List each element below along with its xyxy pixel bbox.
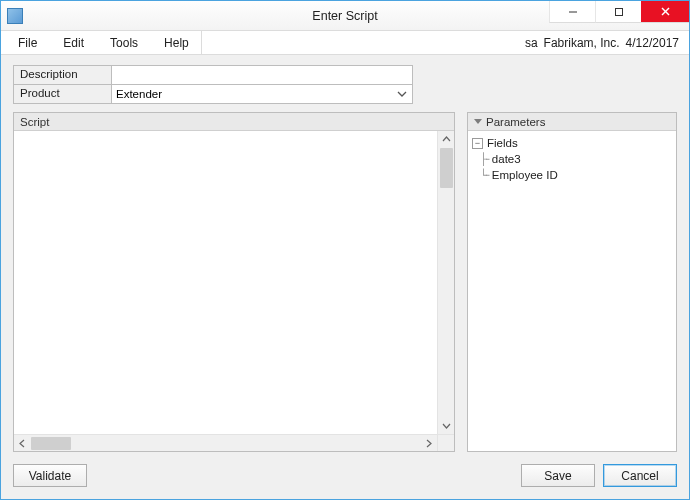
tree-children: ├╴ date3 └╴ Employee ID [472,151,672,183]
maximize-button[interactable] [595,1,641,23]
tree-leaf[interactable]: ├╴ date3 [480,151,672,167]
row-description: Description [13,65,677,85]
vertical-scroll-thumb[interactable] [440,148,453,188]
menu-edit[interactable]: Edit [50,31,97,54]
minimize-icon [568,7,578,17]
save-button[interactable]: Save [521,464,595,487]
product-value: Extender [116,88,162,100]
menu-file[interactable]: File [5,31,50,54]
maximize-icon [614,7,624,17]
form-rows: Description Product Extender [13,65,677,104]
tree-root-label: Fields [487,137,518,149]
menu-items: File Edit Tools Help [5,31,202,54]
scroll-corner [437,434,454,451]
tree-leaf-label: Employee ID [492,169,558,181]
status-company: Fabrikam, Inc. [544,36,620,50]
scroll-left-icon[interactable] [14,435,31,452]
tree-connector-icon: ├╴ [480,152,492,166]
script-pane: Script [13,112,455,452]
tree-leaf[interactable]: └╴ Employee ID [480,167,672,183]
menu-tools[interactable]: Tools [97,31,151,54]
tree-leaf-label: date3 [492,153,521,165]
minimize-button[interactable] [549,1,595,23]
titlebar: Enter Script [1,1,689,31]
validate-button[interactable]: Validate [13,464,87,487]
menubar: File Edit Tools Help sa Fabrikam, Inc. 4… [1,31,689,55]
button-row: Validate Save Cancel [13,464,677,487]
svg-rect-1 [615,8,622,15]
status-date: 4/12/2017 [626,36,679,50]
chevron-down-icon [394,85,410,103]
parameters-header-label: Parameters [486,116,545,128]
description-input[interactable] [112,66,412,84]
field-description [111,65,413,85]
window-buttons [549,1,689,30]
vertical-scrollbar[interactable] [437,131,454,434]
tree-collapse-icon[interactable]: − [472,138,483,149]
product-select[interactable]: Extender [111,84,413,104]
triangle-down-icon [474,119,482,124]
script-body [14,131,454,451]
horizontal-scroll-thumb[interactable] [31,437,71,450]
app-icon [7,8,23,24]
parameters-pane-header: Parameters [468,113,676,131]
horizontal-scrollbar[interactable] [14,434,437,451]
script-header-label: Script [20,116,49,128]
close-button[interactable] [641,1,689,23]
scroll-right-icon[interactable] [420,435,437,452]
tree-connector-icon: └╴ [480,168,492,182]
parameters-tree: − Fields ├╴ date3 └╴ Employee ID [468,131,676,451]
tree-root[interactable]: − Fields [472,135,672,151]
label-product: Product [13,84,111,104]
scroll-down-icon[interactable] [438,417,455,434]
client-area: Description Product Extender Script [1,55,689,499]
label-description: Description [13,65,111,85]
scroll-up-icon[interactable] [438,131,455,148]
status-area: sa Fabrikam, Inc. 4/12/2017 [525,31,689,54]
script-pane-header: Script [14,113,454,131]
status-user: sa [525,36,538,50]
menu-help[interactable]: Help [151,31,202,54]
main-panes: Script [13,112,677,452]
script-editor[interactable] [14,131,437,434]
parameters-pane: Parameters − Fields ├╴ date3 └╴ Employee… [467,112,677,452]
close-icon [660,6,671,17]
cancel-button[interactable]: Cancel [603,464,677,487]
row-product: Product Extender [13,84,677,104]
